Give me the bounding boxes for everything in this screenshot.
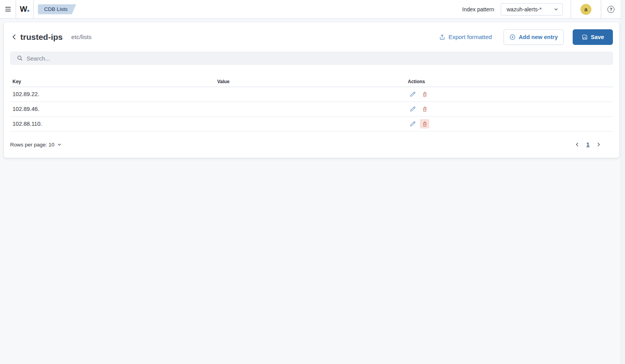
search-icon <box>17 55 23 61</box>
chevron-down-icon <box>57 142 62 147</box>
pencil-icon <box>410 91 416 97</box>
save-icon <box>582 34 588 40</box>
save-button[interactable]: Save <box>573 29 613 45</box>
index-pattern-select[interactable]: wazuh-alerts-* <box>501 3 563 16</box>
key-cell: 102.89.22. <box>10 87 215 102</box>
add-new-entry-label: Add new entry <box>519 34 558 40</box>
table-row: 102.89.22. <box>10 87 613 102</box>
breadcrumb-cdb-lists[interactable]: CDB Lists <box>38 4 76 14</box>
entries-table: Key Value Actions 102.89.22. <box>10 77 613 132</box>
top-navigation-bar: W CDB Lists Index pattern wazuh-alerts-*… <box>0 0 621 19</box>
actions-cell <box>405 102 613 116</box>
delete-button[interactable] <box>420 119 429 128</box>
actions-cell <box>405 87 613 102</box>
user-avatar[interactable]: a <box>580 4 591 15</box>
column-header-key: Key <box>10 77 215 87</box>
key-cell: 102.89.46. <box>10 102 215 116</box>
pagination-bar: Rows per page: 10 1 <box>10 132 613 158</box>
wazuh-logo[interactable]: W <box>16 0 33 19</box>
index-pattern-value: wazuh-alerts-* <box>507 6 554 12</box>
menu-button[interactable] <box>0 0 16 19</box>
chevron-left-icon <box>11 34 18 40</box>
search-bar <box>10 52 613 65</box>
edit-button[interactable] <box>408 89 417 99</box>
chevron-right-icon <box>596 142 601 147</box>
help-button[interactable]: ? <box>603 0 619 19</box>
export-icon <box>439 34 445 40</box>
chevron-down-icon <box>554 7 559 12</box>
actions-cell <box>405 116 613 131</box>
table-header-row: Key Value Actions <box>10 77 613 87</box>
export-formatted-label: Export formatted <box>448 34 492 40</box>
trash-icon <box>422 91 428 97</box>
value-cell <box>215 116 405 131</box>
export-formatted-button[interactable]: Export formatted <box>439 34 492 40</box>
divider <box>571 0 571 19</box>
hamburger-icon <box>5 6 11 12</box>
previous-page-button[interactable] <box>572 139 582 150</box>
help-icon: ? <box>607 6 614 13</box>
trash-icon <box>422 121 428 127</box>
table-row: 102.89.46. <box>10 102 613 116</box>
vertical-scrollbar[interactable] <box>621 0 625 364</box>
key-cell: 102.88.110. <box>10 116 215 131</box>
table-body: 102.89.22. 102.89.46. <box>10 87 613 131</box>
rows-per-page-label: Rows per page: 10 <box>10 142 54 148</box>
divider <box>33 0 34 19</box>
next-page-button[interactable] <box>593 139 604 150</box>
column-header-value: Value <box>215 77 405 87</box>
rows-per-page-button[interactable]: Rows per page: 10 <box>10 142 62 148</box>
pencil-icon <box>410 106 416 112</box>
page-number-button[interactable]: 1 <box>583 139 593 150</box>
logo-letter: W <box>20 5 27 14</box>
back-button[interactable] <box>10 32 19 42</box>
divider <box>601 0 601 19</box>
search-input[interactable] <box>27 55 608 62</box>
page-subtitle: etc/lists <box>71 34 92 41</box>
edit-button[interactable] <box>408 119 417 128</box>
panel-header: trusted-ips etc/lists Export formatted A… <box>10 22 613 52</box>
column-header-actions: Actions <box>405 77 613 87</box>
pencil-icon <box>410 121 416 127</box>
logo-dot <box>27 10 29 12</box>
delete-button[interactable] <box>420 89 429 99</box>
table-row: 102.88.110. <box>10 116 613 131</box>
save-label: Save <box>591 34 604 40</box>
value-cell <box>215 87 405 102</box>
edit-button[interactable] <box>408 104 417 114</box>
index-pattern-label: Index pattern <box>462 6 494 12</box>
value-cell <box>215 102 405 116</box>
page-title: trusted-ips <box>20 32 63 42</box>
chevron-left-icon <box>575 142 580 147</box>
plus-circle-icon <box>509 34 516 40</box>
delete-button[interactable] <box>420 104 429 114</box>
add-new-entry-button[interactable]: Add new entry <box>504 29 564 45</box>
cdb-list-panel: trusted-ips etc/lists Export formatted A… <box>4 22 619 158</box>
trash-icon <box>422 106 428 112</box>
